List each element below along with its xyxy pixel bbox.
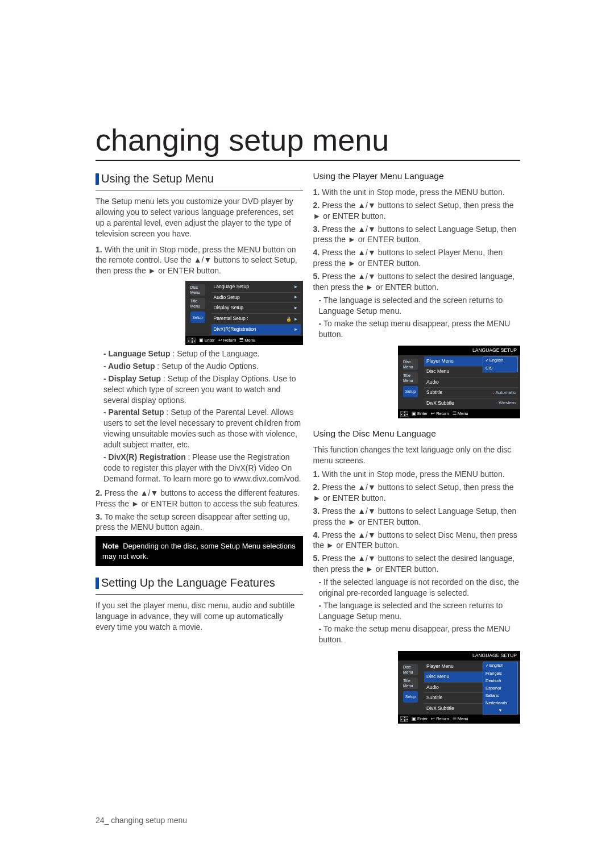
dpad-icon xyxy=(188,338,196,343)
language-option-cis[interactable]: CIS xyxy=(483,364,517,372)
footer-hint-return: ↩ Return xyxy=(431,411,449,417)
language-option[interactable]: English xyxy=(483,662,517,670)
language-option[interactable]: Italiano xyxy=(483,692,517,699)
disc-menu-tab-icon[interactable]: Disc Menu xyxy=(190,284,205,296)
setup-item-display: Display Setup : Setup of the Display Opt… xyxy=(103,373,303,406)
language-option[interactable]: Nederlands xyxy=(483,700,517,707)
footer-hint-enter: ▣ Enter xyxy=(412,716,428,722)
chevron-right-icon: ► xyxy=(294,305,298,312)
footer-hint-menu: ☰ Menu xyxy=(453,411,468,417)
section-heading-setup-text: Using the Setup Menu xyxy=(101,172,214,185)
dpad-icon xyxy=(400,716,408,722)
divider xyxy=(96,190,303,190)
dm-note-2: The language is selected and the screen … xyxy=(319,600,521,622)
setup-tab-label: Setup xyxy=(192,315,202,320)
player-menu-notes: The language is selected and the screen … xyxy=(319,295,521,340)
setup-item-divx: DivX(R) Registration : Please use the Re… xyxy=(103,452,303,484)
chevron-right-icon: ► xyxy=(294,317,298,322)
setup-step-list-cont: 2.Press the ▲/▼ buttons to access the di… xyxy=(96,488,303,533)
menu-footer-bar: ▣ Enter ↩ Return ☰ Menu xyxy=(398,715,520,724)
disc-menu-tab-icon[interactable]: Disc Menu xyxy=(403,664,418,675)
dm-step-2: 2.Press the ▲/▼ buttons to select Setup,… xyxy=(313,482,521,504)
section-heading-setup: Using the Setup Menu xyxy=(96,171,303,186)
menu-row-audio-setup[interactable]: Audio Setup► xyxy=(211,293,301,303)
menu-row-divx-registration[interactable]: DivX(R)Registration► xyxy=(211,325,301,334)
player-menu-steps: 1.With the unit in Stop mode, press the … xyxy=(313,187,521,293)
dm-note-1: If the selected language is not recorded… xyxy=(319,577,521,599)
menu-row-audio[interactable]: Audio xyxy=(424,377,518,388)
heading-accent-icon xyxy=(96,173,99,185)
pm-step-3: 3.Press the ▲/▼ buttons to select Langua… xyxy=(313,224,521,246)
dm-note-3: To make the setup menu disappear, press … xyxy=(319,624,521,645)
menu-row-display-setup[interactable]: Display Setup► xyxy=(211,303,301,313)
dm-step-1: 1.With the unit in Stop mode, press the … xyxy=(313,469,521,480)
setup-step-1: 1.With the unit in Stop mode, press the … xyxy=(96,244,303,277)
language-option-english[interactable]: English xyxy=(483,357,517,364)
dm-step-5: 5.Press the ▲/▼ buttons to select the de… xyxy=(313,553,521,575)
title-menu-tab-icon[interactable]: Title Menu xyxy=(190,298,205,309)
chevron-right-icon: ► xyxy=(294,327,298,333)
chevron-right-icon: ► xyxy=(294,284,298,290)
menu-row-label: Audio Setup xyxy=(214,294,240,301)
title-menu-tab-icon[interactable]: Title Menu xyxy=(403,372,418,384)
pm-note-2: To make the setup menu disappear, press … xyxy=(319,318,521,340)
title-menu-tab-icon[interactable]: Title Menu xyxy=(403,678,418,689)
disc-menu-tab-label: Disc Menu xyxy=(190,285,205,296)
page-title: changing setup menu xyxy=(96,122,520,161)
menu-row-divx-subtitle[interactable]: DivX Subtitle: Western xyxy=(424,398,518,408)
setup-item-parental: Parental Setup : Setup of the Parental L… xyxy=(103,407,303,450)
left-column: Using the Setup Menu The Setup menu lets… xyxy=(96,169,303,727)
setup-tab-icon[interactable]: Setup xyxy=(190,312,205,323)
footer-hint-enter: ▣ Enter xyxy=(199,338,215,343)
menu-row-subtitle[interactable]: Subtitle: Automatic xyxy=(424,388,518,398)
pm-step-2: 2.Press the ▲/▼ buttons to select Setup,… xyxy=(313,200,521,222)
setup-menu-item-list: Language Setup : Setup of the Language. … xyxy=(103,348,303,484)
language-option[interactable]: Español xyxy=(483,684,517,692)
onscreen-menu-language-setup-disc: LANGUAGE SETUP Disc Menu Title Menu Setu… xyxy=(398,651,520,724)
menu-titlebar: LANGUAGE SETUP xyxy=(398,346,520,355)
subheading-disc-menu-language: Using the Disc Menu Language xyxy=(313,428,521,440)
menu-row-label: DivX(R)Registration xyxy=(214,326,256,333)
setup-step-3: 3.To make the setup screen disappear aft… xyxy=(96,512,303,533)
footer-hint-menu: ☰ Menu xyxy=(453,716,468,722)
disc-menu-intro: This function changes the text language … xyxy=(313,445,521,466)
footer-hint-menu: ☰ Menu xyxy=(239,338,255,343)
language-option[interactable]: Français xyxy=(483,670,517,677)
disc-menu-steps: 1.With the unit in Stop mode, press the … xyxy=(313,469,521,575)
setup-tab-icon[interactable]: Setup xyxy=(403,386,418,397)
lock-icon: 🔒 xyxy=(286,317,292,322)
dm-step-3: 3.Press the ▲/▼ buttons to select Langua… xyxy=(313,506,521,528)
pm-step-1: 1.With the unit in Stop mode, press the … xyxy=(313,187,521,198)
language-option[interactable]: Deutsch xyxy=(483,677,517,684)
setup-item-audio: Audio Setup : Setup of the Audio Options… xyxy=(103,361,303,372)
dm-step-4: 4.Press the ▲/▼ buttons to select Disc M… xyxy=(313,530,521,551)
setup-step-2: 2.Press the ▲/▼ buttons to access the di… xyxy=(96,488,303,509)
language-picker-dropdown[interactable]: English Français Deutsch Español Italian… xyxy=(483,662,518,715)
section-heading-language-features: Setting Up the Language Features xyxy=(96,575,303,591)
menu-row-language-setup[interactable]: Language Setup► xyxy=(211,282,301,292)
disc-menu-tab-icon[interactable]: Disc Menu xyxy=(403,359,418,370)
two-column-layout: Using the Setup Menu The Setup menu lets… xyxy=(96,169,520,727)
menu-row-parental-setup[interactable]: Parental Setup :🔒► xyxy=(211,314,301,325)
menu-titlebar: LANGUAGE SETUP xyxy=(398,651,520,661)
note-text: Depending on the disc, some Setup Menu s… xyxy=(102,542,296,560)
pm-note-1: The language is selected and the screen … xyxy=(319,295,521,317)
note-callout: Note Depending on the disc, some Setup M… xyxy=(96,536,303,566)
chevron-right-icon: ► xyxy=(294,294,298,301)
pm-step-4: 4.Press the ▲/▼ buttons to select Player… xyxy=(313,247,521,269)
manual-page: changing setup menu Using the Setup Menu… xyxy=(0,0,614,868)
footer-hint-return: ↩ Return xyxy=(431,716,449,722)
heading-accent-icon xyxy=(96,578,99,589)
menu-row-label: Language Setup xyxy=(214,284,249,290)
menu-footer-bar: ▣ Enter ↩ Return ☰ Menu xyxy=(185,336,303,345)
chevron-down-icon[interactable]: ▼ xyxy=(483,707,517,714)
right-column: Using the Player Menu Language 1.With th… xyxy=(313,169,521,727)
footer-hint-enter: ▣ Enter xyxy=(412,411,428,417)
menu-tab-column: Disc Menu Title Menu Setup xyxy=(185,281,210,336)
footer-hint-return: ↩ Return xyxy=(218,338,237,343)
menu-row-label: Display Setup xyxy=(214,305,243,311)
disc-menu-notes: If the selected language is not recorded… xyxy=(319,577,521,645)
menu-row-label: Parental Setup : xyxy=(214,315,248,322)
language-picker-dropdown[interactable]: English CIS xyxy=(483,356,518,372)
setup-tab-icon[interactable]: Setup xyxy=(403,691,418,703)
